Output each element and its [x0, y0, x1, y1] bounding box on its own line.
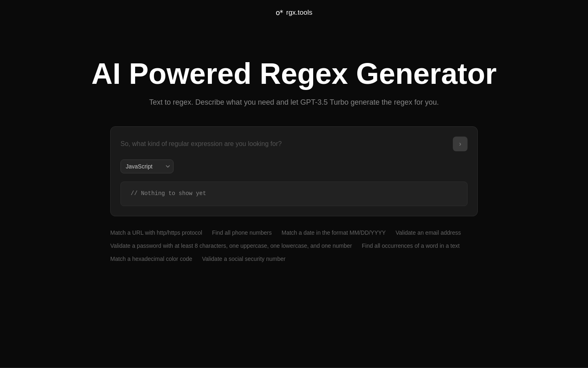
- hero-title: AI Powered Regex Generator: [91, 58, 497, 90]
- regex-description-input[interactable]: [120, 140, 448, 148]
- input-row: ›: [120, 137, 468, 151]
- hero-subtitle: Text to regex. Describe what you need an…: [149, 98, 439, 107]
- code-output: // Nothing to show yet: [120, 182, 468, 206]
- main-content: AI Powered Regex Generator Text to regex…: [0, 58, 588, 262]
- code-output-text: // Nothing to show yet: [131, 190, 206, 197]
- language-selector-row: JavaScript Python PHP Ruby Go Java: [120, 159, 468, 173]
- suggestions-row-2: Validate a password with at least 8 char…: [110, 242, 478, 249]
- submit-button[interactable]: ›: [453, 137, 468, 151]
- suggestion-word[interactable]: Find all occurrences of a word in a text: [362, 242, 460, 249]
- suggestions-container: Match a URL with http/https protocol Fin…: [110, 229, 478, 262]
- input-card: › JavaScript Python PHP Ruby Go Java // …: [110, 126, 478, 216]
- site-name: rgx.tools: [286, 9, 312, 17]
- suggestion-hex[interactable]: Match a hexadecimal color code: [110, 256, 192, 262]
- suggestion-password[interactable]: Validate a password with at least 8 char…: [110, 242, 352, 249]
- suggestion-url[interactable]: Match a URL with http/https protocol: [110, 229, 202, 236]
- suggestions-row-3: Match a hexadecimal color code Validate …: [110, 256, 478, 262]
- suggestion-email[interactable]: Validate an email address: [396, 229, 461, 236]
- suggestion-date[interactable]: Match a date in the format MM/DD/YYYY: [281, 229, 385, 236]
- suggestion-phone[interactable]: Find all phone numbers: [212, 229, 272, 236]
- suggestion-ssn[interactable]: Validate a social security number: [202, 256, 285, 262]
- language-select[interactable]: JavaScript Python PHP Ruby Go Java: [120, 159, 174, 173]
- logo-icon: o*: [276, 8, 283, 17]
- chevron-right-icon: ›: [459, 140, 461, 148]
- suggestions-row-1: Match a URL with http/https protocol Fin…: [110, 229, 478, 236]
- header: o* rgx.tools: [0, 0, 588, 25]
